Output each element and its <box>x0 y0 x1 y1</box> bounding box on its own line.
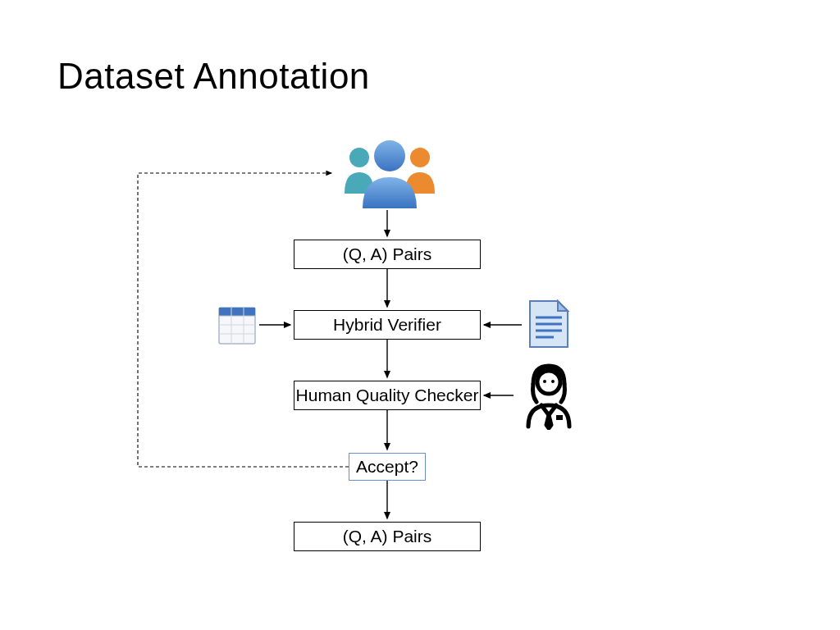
slide: Dataset Annotation <box>0 0 840 630</box>
svg-point-14 <box>537 371 560 394</box>
svg-point-0 <box>349 148 369 167</box>
node-label: (Q, A) Pairs <box>343 244 432 264</box>
svg-point-2 <box>374 140 405 171</box>
node-accept: Accept? <box>349 453 426 481</box>
svg-rect-17 <box>556 415 563 420</box>
node-label: Hybrid Verifier <box>333 315 441 335</box>
node-qa-pairs-bottom: (Q, A) Pairs <box>294 522 481 551</box>
spreadsheet-icon <box>217 306 257 345</box>
node-label: Accept? <box>356 457 418 477</box>
node-label: (Q, A) Pairs <box>343 527 432 546</box>
slide-title: Dataset Annotation <box>57 56 370 97</box>
node-label: Human Quality Checker <box>296 386 479 405</box>
svg-point-15 <box>543 380 546 383</box>
node-qa-pairs-top: (Q, A) Pairs <box>294 240 481 269</box>
svg-point-16 <box>551 380 555 383</box>
node-human-checker: Human Quality Checker <box>294 381 481 410</box>
document-icon <box>525 298 573 352</box>
svg-point-1 <box>410 148 430 167</box>
reviewer-person-icon <box>517 359 581 430</box>
svg-rect-4 <box>219 308 255 316</box>
people-group-icon <box>336 136 443 210</box>
node-hybrid-verifier: Hybrid Verifier <box>294 310 481 340</box>
